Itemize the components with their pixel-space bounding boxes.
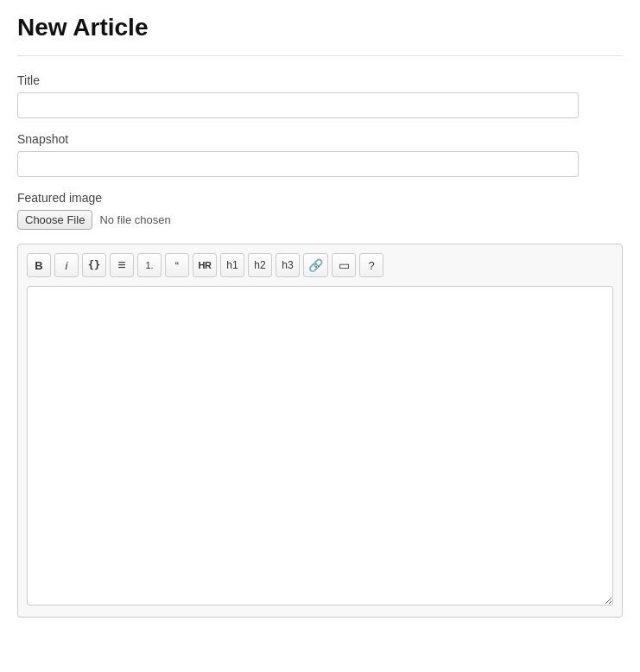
h3-button[interactable]: h3 [276, 253, 300, 277]
editor-container: B i {} ≡ 1. “ HR h1 h2 h3 🔗 ▭ ? [17, 244, 623, 618]
bold-button[interactable]: B [27, 253, 51, 277]
choose-file-label: Choose File [25, 213, 85, 226]
snapshot-field-group: Snapshot [17, 132, 623, 177]
image-button[interactable]: ▭ [332, 253, 356, 277]
no-file-text: No file chosen [99, 213, 170, 226]
featured-image-label: Featured image [17, 191, 623, 205]
page-title: New Article [17, 14, 623, 41]
file-upload-row: Choose File No file chosen [17, 210, 623, 230]
h1-button[interactable]: h1 [220, 253, 244, 277]
code-button[interactable]: {} [82, 253, 106, 277]
italic-button[interactable]: i [54, 253, 79, 277]
unordered-list-button[interactable]: ≡ [110, 253, 134, 277]
divider [17, 55, 623, 56]
title-label: Title [17, 73, 623, 87]
snapshot-label: Snapshot [17, 132, 623, 146]
title-input[interactable] [17, 92, 579, 118]
h2-button[interactable]: h2 [248, 253, 272, 277]
hr-button[interactable]: HR [193, 253, 217, 277]
editor-toolbar: B i {} ≡ 1. “ HR h1 h2 h3 🔗 ▭ ? [27, 253, 613, 277]
link-button[interactable]: 🔗 [303, 253, 328, 277]
ordered-list-button[interactable]: 1. [137, 253, 162, 277]
featured-image-field-group: Featured image Choose File No file chose… [17, 191, 623, 230]
title-field-group: Title [17, 73, 623, 118]
editor-textarea[interactable] [27, 286, 613, 605]
choose-file-button[interactable]: Choose File [17, 210, 92, 230]
snapshot-input[interactable] [17, 151, 579, 177]
blockquote-button[interactable]: “ [165, 253, 189, 277]
help-button[interactable]: ? [359, 253, 383, 277]
